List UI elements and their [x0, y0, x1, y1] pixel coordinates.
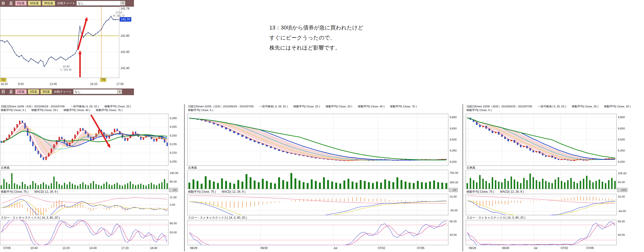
y-axis-tick: 190.00 — [170, 172, 178, 174]
volume-label: 出来高 — [1, 166, 10, 170]
x-axis-label: 06/30 — [260, 246, 268, 250]
minute-price-chart[interactable]: 141.78141.70141.60141.50141.40 17:10H: 1… — [0, 7, 134, 78]
stoch-chart[interactable] — [187, 220, 448, 245]
y-axis-tick: 85.00 — [170, 180, 177, 183]
y-axis-tick: -44.00 — [618, 210, 626, 212]
macd-label: 移動平均( Close, 75 ) MACD( 12, 26, 9 ) — [188, 190, 245, 194]
y-axis-tick: 9,800 — [450, 116, 457, 119]
x-axis-label: 14:40 — [90, 246, 97, 250]
current-price-badge: 141.70 — [120, 17, 131, 22]
x-axis-label: 06/29 — [190, 246, 197, 250]
compare-chart-select[interactable]: なし ▼ — [76, 1, 125, 6]
note-line-2: すぐにピークうったので、 — [269, 33, 364, 43]
x-axis-label: 18:40 — [150, 246, 157, 250]
x-axis: 06/2906/30Jul07/0207/05 — [187, 246, 448, 251]
chart-panel-5min: 日経225mini 10/09（5分）2010/06/29 - 2010/07/… — [0, 104, 183, 252]
stoch-chart[interactable] — [466, 220, 616, 245]
y-axis: 9,2809,2659,2509,2359,2209,205 — [168, 114, 183, 166]
y-axis-tick: 9,200 — [450, 160, 457, 163]
x-axis-label: 17:20 — [121, 246, 128, 250]
y-axis-tick: 750.00 — [450, 171, 458, 174]
tab-3day[interactable]: 3日足 — [40, 89, 52, 94]
y-axis-tick: 40.00 — [618, 233, 625, 236]
main-chart[interactable] — [0, 114, 168, 166]
y-axis-tick: 11.00 — [170, 196, 176, 199]
macd-chart[interactable] — [187, 194, 448, 215]
y-axis-tick: 95.00 — [618, 220, 625, 223]
chart-panel-30min: 日経225mini 10/09（30分）2010/06/25 - 2010/07… — [466, 104, 631, 252]
tab-1day[interactable]: 1日足 — [15, 89, 27, 94]
chevron-down-icon[interactable]: ▼ — [117, 90, 122, 94]
vol-chart[interactable] — [466, 170, 616, 189]
compare-chart-select[interactable]: なし ▼ — [73, 89, 122, 94]
y-axis-tick: 9,200 — [618, 160, 625, 163]
daily-toolbar: 日 足 1日足 2日足 3日足 比較チャート なし ▼ — [0, 89, 134, 95]
panel-subtitle: 移動平均( Close, 5 ) — [466, 108, 631, 112]
panel-title: 日経225mini 10/09（15分）2010/06/25 - 2010/07… — [188, 105, 462, 108]
y-axis-tick: 9,800 — [618, 116, 625, 119]
x-axis-label: 07/02 — [561, 246, 568, 250]
stoch-chart[interactable] — [0, 220, 168, 245]
y-axis: 11.003.00 — [168, 194, 183, 215]
compare-chart-label: 比較チャート — [54, 90, 72, 94]
tab-30min[interactable]: 30分足 — [42, 1, 55, 6]
y-axis-tick: 9,350 — [618, 149, 625, 152]
minute-x-axis: 7/27/516:209:0013:4516:2017:55 — [0, 78, 134, 88]
stochastics-label: スロー・ストキャスティクス( 14, 3, 80, 20 ) — [1, 216, 60, 220]
y-axis-tick: 9,220 — [170, 151, 177, 154]
vol-chart[interactable] — [187, 170, 448, 189]
trading-app: { "colors": { "grid":"#c0c0c0","frame":"… — [0, 0, 644, 252]
time-label: 9:00 — [18, 82, 24, 86]
price-tick: 141.50 — [120, 50, 130, 54]
high-annotation: 17:10H: 141.72 — [108, 11, 130, 18]
y-axis: 190.0085.00 — [168, 170, 183, 189]
y-axis-tick: 9,280 — [170, 117, 177, 120]
y-axis-tick: 9,265 — [170, 125, 177, 128]
y-axis-tick: 16.00 — [618, 195, 625, 198]
y-axis-tick: 9,205 — [170, 160, 177, 163]
y-axis-tick: 9,250 — [170, 134, 177, 137]
y-axis-tick: 85.00 — [170, 222, 177, 225]
main-chart[interactable] — [187, 114, 448, 166]
x-axis-label: Jul — [334, 246, 337, 250]
chevron-down-icon[interactable]: ▼ — [120, 1, 125, 6]
y-axis-tick: 9,650 — [618, 127, 625, 130]
x-axis-label: 10:40 — [30, 246, 38, 250]
y-axis-tick: 9,350 — [450, 149, 457, 152]
tab-5min[interactable]: 5分足 — [15, 1, 27, 6]
y-axis: 9,8009,6509,5009,3509,200 — [448, 114, 462, 166]
chart-panel-15min: 日経225mini 10/09（15分）2010/06/25 - 2010/07… — [187, 104, 462, 252]
compare-chart-label: 比較チャート — [57, 1, 75, 6]
macd-chart[interactable] — [0, 194, 168, 215]
panel-separator — [184, 104, 185, 251]
y-axis-tick: 300.00 — [450, 181, 458, 184]
compare-chart-value: なし — [78, 1, 84, 6]
panel-title: 日経225mini 10/09（5分）2010/06/29 - 2010/07/… — [1, 105, 183, 108]
date-chip: 7/5 — [100, 78, 106, 82]
x-axis: 07/0510:4013:2014:4017:2018:40 — [0, 246, 168, 251]
tab-2day[interactable]: 2日足 — [28, 89, 40, 94]
x-axis-label: 07/05 — [586, 246, 594, 250]
minute-toolbar: 分 足 5分足 10分足 30分足 比較チャート なし ▼ — [0, 0, 134, 7]
x-axis-label: 07/05 — [417, 246, 424, 250]
vol-chart[interactable] — [0, 170, 168, 189]
y-axis: 95.0040.00 — [448, 220, 462, 245]
macd-chart[interactable] — [466, 194, 616, 215]
daily-bar-title: 日 足 — [2, 90, 13, 94]
note-line-3: 株先にはそれほど影響です。 — [269, 43, 364, 53]
y-axis-tick: 40.00 — [450, 233, 457, 236]
x-axis-label: 06/30 — [502, 246, 509, 250]
panel-subtitle: 移動平均( Close, 5 ) 移動平均( Close, 20 ) 移動平均(… — [1, 108, 183, 112]
panel-title: 日経225mini 10/09（30分）2010/06/25 - 2010/07… — [466, 105, 631, 108]
main-chart[interactable] — [466, 114, 616, 166]
y-axis-tick: 105.00 — [618, 172, 626, 175]
x-axis-label: Jul — [534, 246, 537, 250]
compare-chart-value: なし — [75, 90, 81, 94]
time-label: 17:55 — [116, 82, 124, 86]
macd-label: 移動平均( Close, 75 ) MACD( 12, 26, 9 ) — [1, 190, 58, 194]
volume-label: 出来高 — [466, 166, 475, 170]
tab-10min[interactable]: 10分足 — [28, 1, 41, 6]
y-axis: 95.0040.00 — [616, 220, 631, 245]
y-axis-tick: 95.00 — [450, 220, 457, 223]
x-axis-label: 07/02 — [378, 246, 385, 250]
